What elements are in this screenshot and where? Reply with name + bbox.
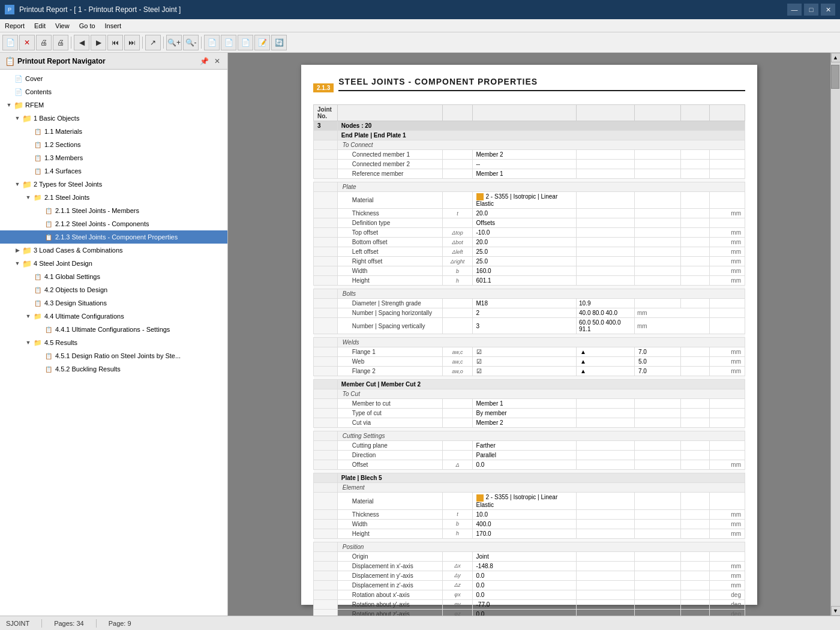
prev-button[interactable]: ◀ <box>74 35 89 50</box>
expand-results[interactable]: ▼ <box>24 338 32 347</box>
tree-item-surfaces[interactable]: 📋 1.4 Surfaces <box>0 164 227 178</box>
tree-label-sj-members: 2.1.1 Steel Joints - Members <box>55 207 139 214</box>
tree-label-sj-components: 2.1.2 Steel Joints - Components <box>55 220 149 227</box>
tree-item-materials[interactable]: 📋 1.1 Materials <box>0 125 227 138</box>
tree-item-design-ratio[interactable]: 📋 4.5.1 Design Ratio on Steel Joints by … <box>0 349 227 362</box>
toolbar-sep-2 <box>142 37 143 49</box>
menu-goto[interactable]: Go to <box>74 21 100 31</box>
export-button[interactable]: ↗ <box>145 35 161 50</box>
table-row: Plate | Blech 5 <box>314 473 745 483</box>
tree-item-cover[interactable]: 📄 Cover <box>0 72 227 85</box>
properties-table: JointNo. 3 Nodes : 20 <box>313 104 745 616</box>
scroll-thumb[interactable] <box>831 65 839 89</box>
status-project: SJOINT <box>6 620 29 627</box>
table-row: Flange 1 aw,c ☑ ▲ 7.0 mm <box>314 347 745 357</box>
tree-label-types-steel: 2 Types for Steel Joints <box>34 181 102 188</box>
table-row: Thickness t 20.0 mm <box>314 209 745 218</box>
page-container[interactable]: 2.1.3 STEEL JOINTS - COMPONENT PROPERTIE… <box>228 53 830 616</box>
table-row: Bolts <box>314 289 745 299</box>
tree-item-global-settings[interactable]: 📋 4.1 Global Settings <box>0 270 227 283</box>
tree-item-design-situations[interactable]: 📋 4.3 Design Situations <box>0 296 227 310</box>
expand-steel-joint-design[interactable]: ▼ <box>13 259 22 268</box>
new-button[interactable]: 📄 <box>2 35 18 50</box>
close-button[interactable]: ✕ <box>821 4 835 16</box>
scroll-up-button[interactable]: ▲ <box>831 53 841 62</box>
print-button[interactable]: 🖨 <box>36 35 52 50</box>
navigator-header: 📋 Printout Report Navigator 📌 ✕ <box>0 53 227 70</box>
zoom-out-button[interactable]: 🔍- <box>183 35 199 50</box>
table-row: Material 2 - S355 | Isotropic | Linear E… <box>314 192 745 209</box>
table-row: Definition type Offsets <box>314 218 745 228</box>
tree-label-ult-configs: 4.4 Ultimate Configurations <box>44 313 124 320</box>
tree-item-ult-configs-settings[interactable]: 📋 4.4.1 Ultimate Configurations - Settin… <box>0 323 227 336</box>
menu-view[interactable]: View <box>50 21 74 31</box>
tree-item-buckling[interactable]: 📋 4.5.2 Buckling Results <box>0 362 227 376</box>
tree-item-objects-design[interactable]: 📋 4.2 Objects to Design <box>0 283 227 296</box>
table-row: Displacement in x'-axis Δx -148.8 mm <box>314 561 745 571</box>
maximize-button[interactable]: □ <box>804 4 818 16</box>
folder-icon-rfem: 📁 <box>13 101 24 109</box>
menu-edit[interactable]: Edit <box>29 21 50 31</box>
last-button[interactable]: ⏭ <box>124 35 140 50</box>
expand-objects-design <box>24 286 32 294</box>
expand-ult-configs[interactable]: ▼ <box>24 312 32 320</box>
table-row: Welds <box>314 338 745 347</box>
doc-icon-members: 📋 <box>32 154 43 162</box>
tree-item-sj-components[interactable]: 📋 2.1.2 Steel Joints - Components <box>0 217 227 230</box>
refresh-button[interactable]: 🔄 <box>271 35 287 50</box>
tree-item-sections[interactable]: 📋 1.2 Sections <box>0 138 227 151</box>
expand-load-cases[interactable]: ▶ <box>13 246 22 254</box>
delete-button[interactable]: ✕ <box>19 35 35 50</box>
col-unit <box>710 105 745 121</box>
table-row: Displacement in y'-axis Δy 0.0 mm <box>314 571 745 580</box>
tree-item-rfem[interactable]: ▼ 📁 RFEM <box>0 98 227 112</box>
table-row: Flange 2 aw,o ☑ ▲ 7.0 mm <box>314 367 745 376</box>
nav-close-button[interactable]: ✕ <box>212 56 223 67</box>
vertical-scrollbar[interactable]: ▲ ▼ <box>830 53 840 616</box>
tree-item-types-steel[interactable]: ▼ 📁 2 Types for Steel Joints <box>0 178 227 191</box>
menu-report[interactable]: Report <box>0 21 29 31</box>
doc-icon-buckling: 📋 <box>43 365 54 373</box>
text-button[interactable]: 📝 <box>254 35 270 50</box>
expand-basic-objects[interactable]: ▼ <box>13 114 22 122</box>
col-extra2 <box>635 105 681 121</box>
report-page: 2.1.3 STEEL JOINTS - COMPONENT PROPERTIE… <box>301 65 757 605</box>
table-row: Top offset Δtop -10.0 mm <box>314 228 745 238</box>
table-row: Rotation about y'-axis φy -77.0 deg <box>314 599 745 609</box>
menu-insert[interactable]: Insert <box>100 21 127 31</box>
zoom-in-button[interactable]: 🔍+ <box>166 35 182 50</box>
project-label: SJOINT <box>6 620 29 627</box>
expand-steel-joints[interactable]: ▼ <box>24 193 32 202</box>
expand-rfem[interactable]: ▼ <box>5 101 13 109</box>
next-button[interactable]: ▶ <box>91 35 106 50</box>
nav-pin-button[interactable]: 📌 <box>199 56 209 67</box>
scroll-down-button[interactable]: ▼ <box>831 606 841 616</box>
expand-cover <box>5 74 13 83</box>
tree-item-steel-joints[interactable]: ▼ 📁 2.1 Steel Joints <box>0 191 227 204</box>
fit2-button[interactable]: 📄 <box>221 35 236 50</box>
doc-icon-surfaces: 📋 <box>32 167 43 175</box>
tree-item-members[interactable]: 📋 1.3 Members <box>0 151 227 164</box>
table-row: Displacement in z'-axis Δz 0.0 mm <box>314 580 745 590</box>
table-row: Direction Parallel <box>314 451 745 460</box>
tree-item-sj-comp-props[interactable]: 📋 2.1.3 Steel Joints - Component Propert… <box>0 230 227 244</box>
tree-item-results[interactable]: ▼ 📁 4.5 Results <box>0 336 227 349</box>
minimize-button[interactable]: — <box>787 4 802 16</box>
tree-item-steel-joint-design[interactable]: ▼ 📁 4 Steel Joint Design <box>0 257 227 270</box>
tree-item-load-cases[interactable]: ▶ 📁 3 Load Cases & Combinations <box>0 244 227 257</box>
col-extra <box>577 105 635 121</box>
first-button[interactable]: ⏮ <box>107 35 123 50</box>
view-button[interactable]: 📄 <box>238 35 253 50</box>
folder-icon-results: 📁 <box>32 338 43 347</box>
folder-icon-ult-configs: 📁 <box>32 312 43 320</box>
print2-button[interactable]: 🖨 <box>53 35 68 50</box>
table-row: Right offset Δright 25.0 mm <box>314 257 745 266</box>
tree-item-sj-members[interactable]: 📋 2.1.1 Steel Joints - Members <box>0 204 227 217</box>
tree-item-ult-configs[interactable]: ▼ 📁 4.4 Ultimate Configurations <box>0 310 227 323</box>
fit-button[interactable]: 📄 <box>204 35 220 50</box>
table-row: Width b 160.0 mm <box>314 266 745 276</box>
tree-item-contents[interactable]: 📄 Contents <box>0 85 227 98</box>
tree-item-basic-objects[interactable]: ▼ 📁 1 Basic Objects <box>0 112 227 125</box>
expand-surfaces <box>24 167 32 175</box>
expand-types-steel[interactable]: ▼ <box>13 180 22 188</box>
